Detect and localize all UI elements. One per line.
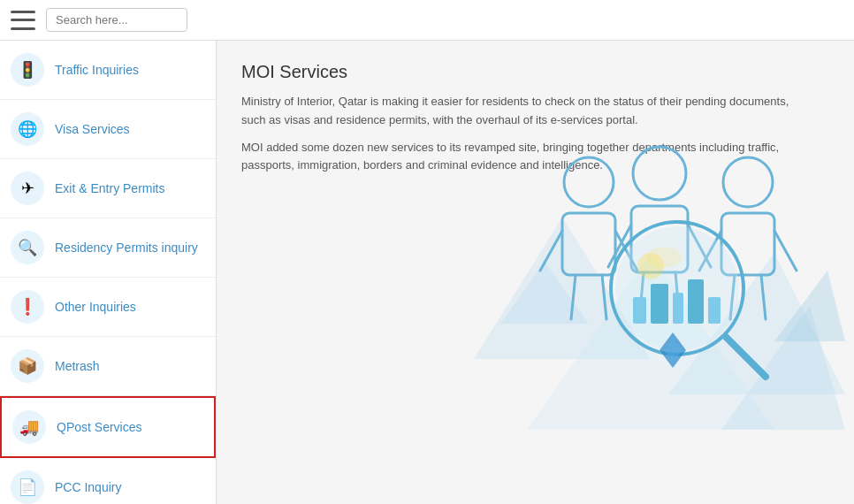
svg-point-7: [564, 157, 614, 207]
search-input[interactable]: [46, 8, 187, 32]
page-title: MOI Services: [241, 62, 829, 82]
sidebar: 🚦Traffic Inquiries🌐Visa Services✈Exit & …: [0, 41, 217, 504]
visa-services-icon: 🌐: [11, 112, 44, 146]
traffic-inquiries-label: Traffic Inquiries: [55, 63, 139, 77]
content-area: MOI Services Ministry of Interior, Qatar…: [217, 41, 854, 504]
other-inquiries-icon: ❗: [11, 290, 44, 324]
svg-point-34: [646, 247, 682, 268]
other-inquiries-label: Other Inquiries: [55, 300, 136, 314]
main-content: 🚦Traffic Inquiries🌐Visa Services✈Exit & …: [0, 41, 854, 504]
exit-entry-permits-label: Exit & Entry Permits: [55, 181, 164, 195]
sidebar-item-traffic-inquiries[interactable]: 🚦Traffic Inquiries: [0, 41, 216, 100]
illustration: [474, 94, 845, 430]
svg-rect-32: [708, 297, 721, 324]
qpost-services-label: QPost Services: [57, 420, 141, 434]
pcc-inquiry-icon: 📄: [11, 470, 44, 504]
pcc-inquiry-label: PCC Inquiry: [55, 480, 121, 494]
svg-rect-28: [633, 297, 646, 324]
residency-permits-label: Residency Permits inquiry: [55, 241, 198, 255]
svg-point-19: [723, 157, 773, 207]
metrash-icon: 📦: [11, 349, 44, 383]
sidebar-item-residency-permits[interactable]: 🔍Residency Permits inquiry: [0, 218, 216, 278]
exit-entry-permits-icon: ✈: [11, 172, 44, 205]
top-bar: [0, 0, 854, 41]
svg-rect-31: [688, 279, 704, 324]
traffic-inquiries-icon: 🚦: [11, 53, 44, 87]
svg-point-26: [615, 226, 739, 350]
qpost-services-icon: 🚚: [12, 410, 46, 444]
sidebar-item-metrash[interactable]: 📦Metrash: [0, 337, 216, 396]
svg-point-13: [633, 147, 686, 200]
metrash-label: Metrash: [55, 359, 100, 373]
sidebar-item-pcc-inquiry[interactable]: 📄PCC Inquiry: [0, 458, 216, 504]
sidebar-item-qpost-services[interactable]: 🚚QPost Services: [0, 396, 216, 458]
svg-rect-30: [673, 293, 683, 324]
svg-rect-29: [651, 284, 668, 324]
residency-permits-icon: 🔍: [11, 231, 44, 264]
sidebar-item-visa-services[interactable]: 🌐Visa Services: [0, 100, 216, 159]
hamburger-menu[interactable]: [11, 11, 35, 30]
sidebar-item-exit-entry-permits[interactable]: ✈Exit & Entry Permits: [0, 159, 216, 218]
sidebar-item-other-inquiries[interactable]: ❗Other Inquiries: [0, 278, 216, 337]
visa-services-label: Visa Services: [55, 122, 130, 136]
